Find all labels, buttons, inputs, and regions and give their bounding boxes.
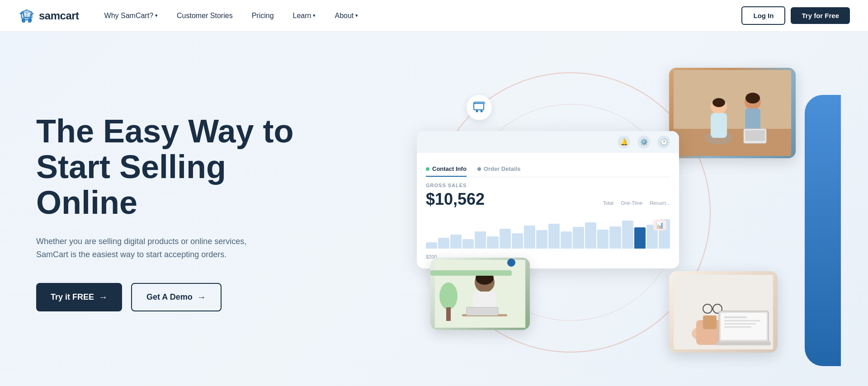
chart-bar bbox=[585, 222, 596, 249]
hero-content: The Easy Way to Start Selling Online Whe… bbox=[36, 113, 394, 311]
svg-point-22 bbox=[712, 98, 725, 107]
nav-pricing[interactable]: Pricing bbox=[245, 8, 281, 24]
try-free-button[interactable]: Try for Free bbox=[791, 7, 850, 24]
svg-rect-34 bbox=[703, 315, 717, 329]
tab-dot-green bbox=[426, 167, 429, 171]
nav-links: Why SamCart? ▾ Customer Stories Pricing … bbox=[97, 8, 742, 24]
yoga-illustration bbox=[674, 70, 791, 156]
chart-bar bbox=[524, 226, 535, 249]
person-typing-card bbox=[430, 258, 530, 330]
tab-contact-info: Contact Info bbox=[426, 162, 467, 177]
svg-rect-42 bbox=[724, 323, 756, 325]
navbar: samcart Why SamCart? ▾ Customer Stories … bbox=[0, 0, 868, 32]
svg-rect-18 bbox=[745, 108, 760, 131]
nav-customer-stories[interactable]: Customer Stories bbox=[170, 8, 240, 24]
blue-accent-curve bbox=[805, 95, 841, 366]
laptop-photo bbox=[669, 271, 778, 353]
chart-bar bbox=[561, 231, 572, 249]
chart-bar bbox=[573, 227, 584, 249]
svg-rect-29 bbox=[467, 307, 498, 315]
hero-section: The Easy Way to Start Selling Online Whe… bbox=[0, 32, 868, 386]
laptop-card bbox=[669, 271, 778, 353]
checkout-tabs: Contact Info Order Details bbox=[426, 162, 670, 177]
tab-order-details: Order Details bbox=[477, 162, 521, 177]
svg-point-24 bbox=[439, 282, 458, 310]
svg-rect-25 bbox=[446, 307, 451, 321]
cart-icon-float bbox=[467, 95, 492, 120]
svg-rect-43 bbox=[724, 326, 751, 328]
chart-bar bbox=[475, 231, 486, 249]
chart-bar bbox=[634, 227, 646, 249]
nav-why-samcart[interactable]: Why SamCart? ▾ bbox=[97, 8, 165, 24]
arrow-right-icon: → bbox=[99, 292, 108, 302]
hero-buttons: Try it FREE → Get A Demo → bbox=[36, 283, 394, 311]
bell-icon: 🔔 bbox=[618, 136, 630, 148]
try-free-hero-button[interactable]: Try it FREE → bbox=[36, 283, 122, 311]
chart-bar bbox=[438, 238, 449, 249]
chevron-down-icon-about: ▾ bbox=[355, 13, 358, 19]
nav-actions: Log In Try for Free bbox=[741, 6, 850, 25]
svg-rect-13 bbox=[674, 129, 791, 156]
chart-bar bbox=[512, 233, 523, 249]
login-button[interactable]: Log In bbox=[741, 6, 785, 25]
chart-bar bbox=[536, 230, 547, 249]
chart-bar bbox=[500, 229, 511, 249]
dashboard-card: 🔔 ⚙️ 🕐 Contact Info Order Details bbox=[417, 131, 679, 268]
svg-rect-16 bbox=[711, 113, 727, 138]
settings-icon: ⚙️ bbox=[637, 136, 650, 148]
laptop-illustration bbox=[674, 275, 773, 349]
blue-dot-accent bbox=[507, 259, 515, 267]
hero-title: The Easy Way to Start Selling Online bbox=[36, 113, 394, 221]
chevron-down-icon: ▾ bbox=[155, 13, 158, 19]
hero-visual: 🔔 ⚙️ 🕐 Contact Info Order Details bbox=[394, 59, 832, 366]
svg-rect-44 bbox=[717, 342, 771, 345]
svg-rect-6 bbox=[474, 104, 484, 110]
nav-about[interactable]: About ▾ bbox=[327, 8, 365, 24]
gross-sales-row: $10,562 Total One-Time Recurri... bbox=[426, 190, 670, 209]
chart-bar bbox=[622, 221, 633, 249]
chevron-down-icon-learn: ▾ bbox=[313, 13, 316, 19]
gross-sales-meta: Total One-Time Recurri... bbox=[603, 200, 670, 206]
svg-rect-40 bbox=[724, 316, 747, 318]
chart-area: 📊 bbox=[426, 216, 670, 252]
chart-bar bbox=[597, 230, 609, 249]
cart-icon bbox=[473, 101, 486, 114]
chart-bar bbox=[487, 236, 498, 249]
svg-point-21 bbox=[745, 93, 760, 104]
tab-dot-gray bbox=[477, 167, 481, 171]
svg-point-7 bbox=[476, 110, 478, 113]
clock-icon: 🕐 bbox=[657, 136, 670, 148]
chart-bar bbox=[548, 224, 560, 249]
chart-bar bbox=[609, 226, 621, 249]
chart-bar bbox=[450, 235, 462, 249]
dashboard-body: Contact Info Order Details GROSS SALES $… bbox=[417, 153, 679, 268]
svg-point-8 bbox=[481, 110, 483, 113]
chart-icon: 📊 bbox=[653, 220, 666, 231]
chart-bar bbox=[426, 242, 437, 249]
gross-sales-amount: $10,562 bbox=[426, 190, 485, 209]
yoga-image-card bbox=[669, 68, 796, 158]
arrow-right-icon-demo: → bbox=[197, 292, 206, 302]
green-accent-bar bbox=[430, 270, 512, 276]
logo[interactable]: samcart bbox=[18, 7, 79, 24]
yoga-photo bbox=[669, 68, 796, 158]
svg-rect-20 bbox=[745, 130, 765, 141]
brand-name: samcart bbox=[39, 9, 79, 22]
gross-sales-label: GROSS SALES bbox=[426, 183, 670, 188]
typing-photo bbox=[430, 258, 530, 330]
dashboard-header: 🔔 ⚙️ 🕐 bbox=[417, 131, 679, 153]
hero-subtitle: Whether you are selling digital products… bbox=[36, 235, 253, 261]
logo-icon bbox=[18, 7, 35, 24]
nav-learn[interactable]: Learn ▾ bbox=[286, 8, 323, 24]
svg-rect-41 bbox=[724, 320, 760, 321]
chart-bar bbox=[462, 239, 474, 249]
get-demo-button[interactable]: Get A Demo → bbox=[131, 283, 222, 311]
